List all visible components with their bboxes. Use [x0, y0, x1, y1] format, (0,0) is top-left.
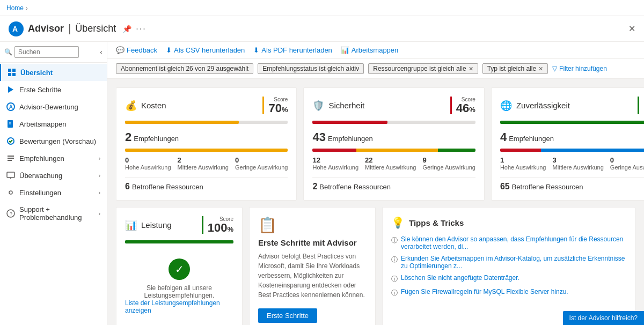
- advisor-helpful-button[interactable]: Ist der Advisor hilfreich?: [563, 311, 644, 325]
- kosten-card-header: 💰 Kosten Score 70%: [125, 97, 288, 114]
- first-steps-desc: Advisor befolgt Best Practices von Micro…: [258, 252, 367, 300]
- sidebar-item-label: Empfehlungen: [19, 154, 64, 162]
- filter-tag-type[interactable]: Typ ist gleich alle ✕: [482, 63, 548, 74]
- workbooks-icon: [6, 120, 15, 128]
- more-options-icon[interactable]: ···: [136, 24, 146, 34]
- tips-title: Tipps & Tricks: [409, 218, 464, 227]
- search-input[interactable]: [14, 46, 79, 58]
- filter-tag-label: Typ ist gleich alle: [487, 65, 536, 72]
- svg-rect-2: [8, 69, 11, 72]
- sidebar-item-label: Überwachung: [19, 172, 62, 180]
- sidebar-item-label: Support + Problembehandlung: [19, 205, 94, 221]
- assessments-icon: [6, 137, 15, 145]
- add-filter-button[interactable]: ▽ Filter hinzufügen: [552, 65, 607, 72]
- leistung-score-box: Score 100%: [202, 216, 233, 234]
- kosten-recs-count: 2: [125, 130, 131, 144]
- sidebar-item-arbeitsmappen[interactable]: Arbeitsmappen: [0, 115, 107, 132]
- tip-info-icon-1: ⓘ: [391, 236, 398, 245]
- sidebar-item-label: Advisor-Bewertung: [19, 103, 78, 111]
- sidebar-item-einstellungen[interactable]: Einstellungen ›: [0, 184, 107, 201]
- kosten-score-value: 70%: [268, 102, 288, 114]
- tip-item-4: ⓘ Fügen Sie Firewallregeln für MySQL Fle…: [391, 288, 626, 298]
- pin-icon[interactable]: 📌: [122, 25, 131, 33]
- home-link[interactable]: Home: [6, 4, 24, 12]
- sidebar-collapse-icon[interactable]: ‹: [100, 48, 103, 56]
- tip-link-4[interactable]: Fügen Sie Firewallregeln für MySQL Flexi…: [401, 288, 568, 296]
- workbooks-toolbar-icon: 📊: [341, 46, 349, 54]
- zuverlaessigkeit-score-fill: [500, 121, 644, 124]
- leistung-perf-link[interactable]: Liste der Leistungsempfehlungen anzeigen: [125, 299, 233, 314]
- close-button[interactable]: ✕: [628, 24, 635, 34]
- sidebar-item-uberwachung[interactable]: Überwachung ›: [0, 167, 107, 184]
- sidebar-item-support[interactable]: ? Support + Problembehandlung ›: [0, 201, 107, 226]
- sicherheit-impact-row: 12 Hohe Auswirkung 22 Mittlere Auswirkun…: [312, 156, 475, 171]
- sicherheit-recs-count: 43: [312, 130, 325, 144]
- leistung-perf-center: ✓ Sie befolgen all unsere Leistungsempfe…: [125, 250, 233, 323]
- sidebar-item-empfehlungen[interactable]: Empfehlungen ›: [0, 150, 107, 167]
- tip-link-3[interactable]: Löschen Sie nicht angefügte Datenträger.: [401, 274, 519, 282]
- sicherheit-icon: 🛡️: [312, 100, 324, 112]
- leistung-card[interactable]: 📊 Leistung Score 100% ✓ Sie befolgen: [116, 207, 243, 325]
- sidebar-item-label: Erste Schritte: [19, 86, 61, 94]
- leistung-title-row: 📊 Leistung: [125, 219, 172, 231]
- main-layout: 🔍 ‹ Übersicht Erste Schritte A: [0, 42, 644, 325]
- svg-rect-13: [8, 156, 14, 157]
- sicherheit-card-header: 🛡️ Sicherheit Score 46%: [312, 97, 475, 114]
- sicherheit-score-bar: [312, 121, 475, 124]
- pdf-label: Als PDF herunterladen: [261, 46, 332, 54]
- sidebar-item-ubersicht[interactable]: Übersicht: [0, 64, 107, 81]
- workbooks-button[interactable]: 📊 Arbeitsmappen: [341, 46, 398, 54]
- filter-tag-status[interactable]: Empfehlungsstatus ist gleich aktiv: [258, 63, 364, 74]
- top-cards-row: 💰 Kosten Score 70% 2 Empfehlungen: [116, 87, 635, 201]
- sidebar-item-advisor-bewertung[interactable]: A Advisor-Bewertung: [0, 98, 107, 115]
- leistung-perf-text: Sie befolgen all unsere Leistungsempfehl…: [125, 284, 233, 299]
- kosten-card[interactable]: 💰 Kosten Score 70% 2 Empfehlungen: [116, 87, 297, 201]
- kosten-recs-row: 2 Empfehlungen: [125, 130, 288, 144]
- svg-text:A: A: [12, 25, 18, 33]
- zuverlaessigkeit-card[interactable]: 🌐 Zuverlässigkeit Score 95% 4 Empfehl: [491, 87, 644, 201]
- leistung-score-value: 100%: [208, 222, 233, 234]
- kosten-score-fill: [125, 121, 239, 124]
- tip-item-1: ⓘ Sie können den Advisor so anpassen, da…: [391, 235, 626, 250]
- download-pdf-icon: ⬇: [253, 46, 259, 54]
- expand-icon: ›: [99, 173, 100, 179]
- cards-area: 💰 Kosten Score 70% 2 Empfehlungen: [107, 79, 644, 325]
- remove-filter-icon[interactable]: ✕: [538, 65, 543, 72]
- kosten-recs-label: Empfehlungen: [134, 135, 179, 143]
- kosten-affected-row: 6 Betroffene Ressourcen: [125, 182, 288, 191]
- breadcrumb: Home ›: [0, 0, 644, 16]
- zuverlaessigkeit-low-impact: 0 Geringe Auswirkung: [610, 156, 644, 171]
- leistung-title: Leistung: [141, 220, 172, 230]
- feedback-label: Feedback: [127, 46, 157, 54]
- pdf-download-button[interactable]: ⬇ Als PDF herunterladen: [253, 46, 332, 54]
- advisor-icon: A: [6, 102, 15, 111]
- leistung-score-bar: [125, 240, 233, 243]
- filter-tag-resourcegroup[interactable]: Ressourcengruppe ist gleich alle ✕: [368, 63, 478, 74]
- recommendations-icon: [6, 154, 15, 162]
- svg-point-18: [9, 191, 12, 194]
- sicherheit-card[interactable]: 🛡️ Sicherheit Score 46% 43 Empfehlung: [303, 87, 484, 201]
- tip-link-2[interactable]: Erkunden Sie Arbeitsmappen im Advisor-Ka…: [401, 255, 626, 270]
- sidebar-item-erste-schritte[interactable]: Erste Schritte: [0, 81, 107, 98]
- filter-tag-subscription[interactable]: Abonnement ist gleich 26 von 29 ausgewäh…: [116, 63, 253, 74]
- first-steps-button[interactable]: Erste Schritte: [258, 308, 317, 323]
- sicherheit-title: Sicherheit: [328, 101, 364, 110]
- zuverlaessigkeit-medium-impact: 3 Mittlere Auswirkung: [552, 156, 603, 171]
- sidebar-nav: Übersicht Erste Schritte A Advisor-Bewer…: [0, 63, 107, 227]
- zuverlaessigkeit-score-bar: [500, 121, 644, 124]
- feedback-button[interactable]: 💬 Feedback: [116, 46, 157, 54]
- tip-link-1[interactable]: Sie können den Advisor so anpassen, dass…: [401, 235, 626, 250]
- zuverlaessigkeit-affected-row: 65 Betroffene Ressourcen: [500, 182, 644, 191]
- remove-filter-icon[interactable]: ✕: [469, 65, 473, 72]
- first-steps-title: Erste Schritte mit Advisor: [258, 238, 367, 247]
- csv-download-button[interactable]: ⬇ Als CSV herunterladen: [166, 46, 245, 54]
- page-title: Übersicht: [75, 23, 116, 34]
- kosten-impact-bar: [125, 149, 288, 152]
- sidebar-item-bewertungen[interactable]: Bewertungen (Vorschau): [0, 132, 107, 150]
- filter-tag-label: Ressourcengruppe ist gleich alle: [373, 65, 466, 72]
- sidebar: 🔍 ‹ Übersicht Erste Schritte A: [0, 42, 107, 325]
- zuverlaessigkeit-card-header: 🌐 Zuverlässigkeit Score 95%: [500, 97, 644, 114]
- sidebar-item-label: Übersicht: [20, 69, 53, 77]
- header-actions: 📌 ···: [122, 24, 146, 34]
- filter-add-icon: ▽: [552, 65, 557, 72]
